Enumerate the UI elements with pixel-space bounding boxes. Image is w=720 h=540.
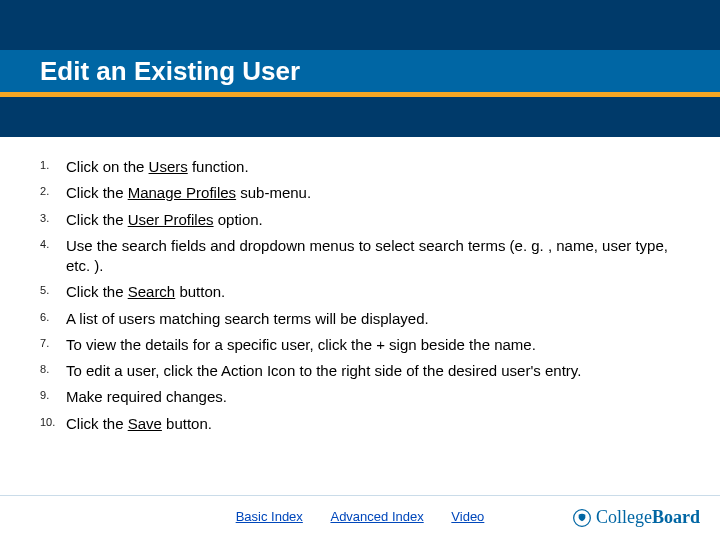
step-text: To edit a user, click the Action Icon to… bbox=[66, 362, 581, 379]
list-item: To view the details for a specific user,… bbox=[40, 335, 680, 355]
list-item: Click the Search button. bbox=[40, 282, 680, 302]
brand-text-1: College bbox=[596, 507, 652, 528]
step-list: Click on the Users function. Click the M… bbox=[40, 157, 680, 434]
header-band-bottom bbox=[0, 97, 720, 137]
step-text: Click on the bbox=[66, 158, 149, 175]
title-band: Edit an Existing User bbox=[0, 50, 720, 92]
list-item: Click the Manage Profiles sub-menu. bbox=[40, 183, 680, 203]
step-text: option. bbox=[214, 211, 263, 228]
step-link-text: User Profiles bbox=[128, 211, 214, 228]
step-link-text: Manage Profiles bbox=[128, 184, 236, 201]
acorn-icon bbox=[572, 508, 592, 528]
brand-text-2: Board bbox=[652, 507, 700, 528]
header: Edit an Existing User bbox=[0, 0, 720, 137]
header-band-top bbox=[0, 0, 720, 50]
step-text: To view the details for a specific user,… bbox=[66, 336, 536, 353]
step-text: A list of users matching search terms wi… bbox=[66, 310, 429, 327]
page-title: Edit an Existing User bbox=[40, 56, 300, 87]
step-text: function. bbox=[188, 158, 249, 175]
step-text: Click the bbox=[66, 415, 128, 432]
list-item: Click the User Profiles option. bbox=[40, 210, 680, 230]
step-text: Make required changes. bbox=[66, 388, 227, 405]
step-text: Click the bbox=[66, 211, 128, 228]
video-link[interactable]: Video bbox=[451, 509, 484, 524]
footer-rule bbox=[0, 495, 720, 496]
step-text: button. bbox=[175, 283, 225, 300]
list-item: Make required changes. bbox=[40, 387, 680, 407]
step-text: button. bbox=[162, 415, 212, 432]
brand-logo: CollegeBoard bbox=[572, 507, 700, 528]
step-link-text: Users bbox=[149, 158, 188, 175]
list-item: Click the Save button. bbox=[40, 414, 680, 434]
basic-index-link[interactable]: Basic Index bbox=[236, 509, 303, 524]
advanced-index-link[interactable]: Advanced Index bbox=[330, 509, 423, 524]
list-item: Click on the Users function. bbox=[40, 157, 680, 177]
slide: Edit an Existing User Click on the Users… bbox=[0, 0, 720, 540]
step-text: Use the search fields and dropdown menus… bbox=[66, 237, 668, 274]
list-item: A list of users matching search terms wi… bbox=[40, 309, 680, 329]
list-item: Use the search fields and dropdown menus… bbox=[40, 236, 680, 277]
content: Click on the Users function. Click the M… bbox=[0, 137, 720, 434]
list-item: To edit a user, click the Action Icon to… bbox=[40, 361, 680, 381]
step-text: Click the bbox=[66, 184, 128, 201]
step-link-text: Search bbox=[128, 283, 176, 300]
step-text: sub-menu. bbox=[236, 184, 311, 201]
step-text: Click the bbox=[66, 283, 128, 300]
step-link-text: Save bbox=[128, 415, 162, 432]
